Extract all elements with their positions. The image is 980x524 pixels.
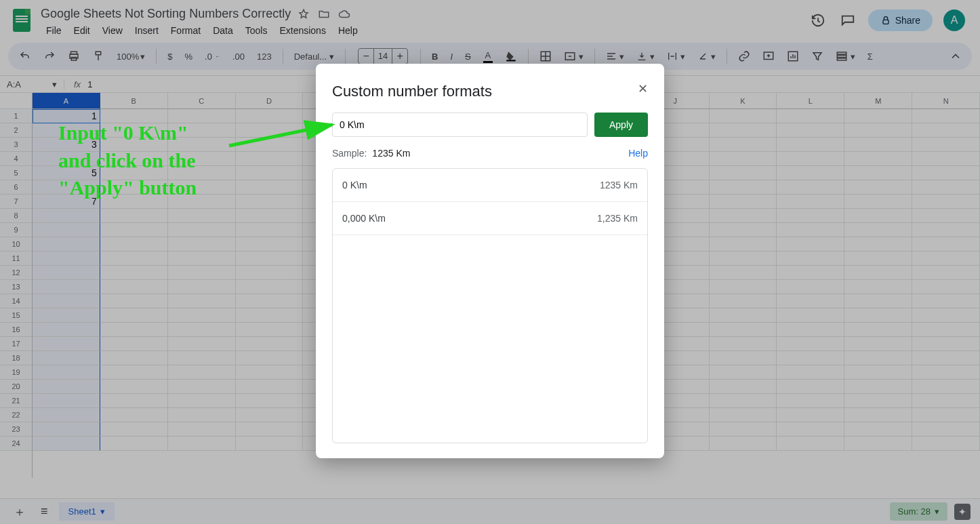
sample-label: Sample:: [332, 148, 367, 159]
format-suggestion-item[interactable]: 0,000 K\m 1,235 Km: [333, 202, 647, 235]
help-link[interactable]: Help: [628, 148, 648, 159]
format-suggestion-item[interactable]: 0 K\m 1235 Km: [333, 169, 647, 202]
close-icon[interactable]: ✕: [634, 77, 652, 100]
sample-value: 1235 Km: [372, 148, 410, 159]
custom-number-formats-dialog: Custom number formats ✕ Apply Sample: 12…: [316, 64, 664, 458]
format-input[interactable]: [332, 113, 588, 137]
dialog-title: Custom number formats: [332, 83, 648, 100]
format-suggestion-list: 0 K\m 1235 Km 0,000 K\m 1,235 Km: [332, 168, 648, 443]
apply-button[interactable]: Apply: [594, 113, 648, 137]
